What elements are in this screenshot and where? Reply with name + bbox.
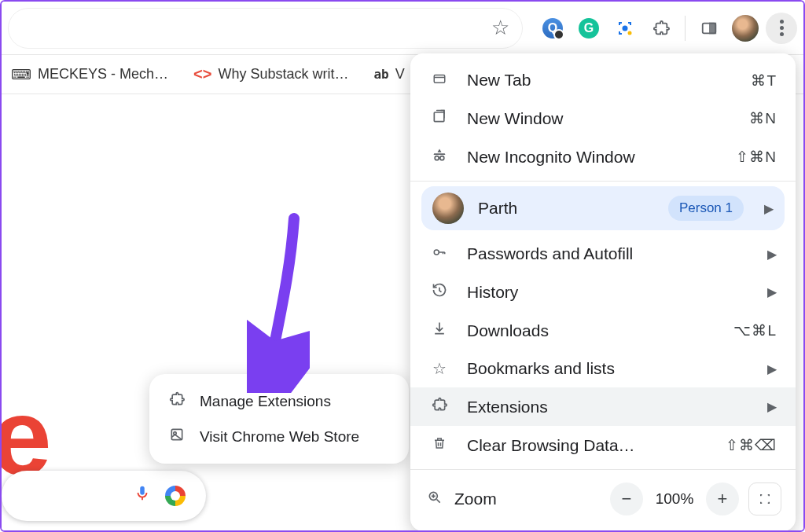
profile-badge: Person 1 [668, 196, 744, 221]
menu-label: Passwords and Autofill [467, 244, 750, 263]
image-search-icon[interactable] [165, 486, 186, 506]
menu-new-tab[interactable]: New Tab ⌘T [410, 61, 796, 99]
profile-name: Parth [478, 199, 654, 218]
extensions-puzzle-icon[interactable] [645, 13, 677, 44]
menu-bookmarks[interactable]: ☆ Bookmarks and lists ▶ [410, 350, 796, 387]
bookmark-item[interactable]: ⌨ MECKEYS - Mech… [11, 66, 168, 83]
menu-incognito[interactable]: New Incognito Window ⇧⌘N [410, 138, 796, 176]
submenu-label: Visit Chrome Web Store [200, 428, 359, 446]
menu-divider [410, 469, 796, 470]
menu-shortcut: ⌘N [749, 109, 777, 127]
menu-label: Extensions [467, 398, 750, 416]
chevron-right-icon: ▶ [767, 284, 777, 299]
voice-search-icon[interactable] [134, 482, 151, 510]
menu-label: Bookmarks and lists [467, 359, 750, 378]
svg-point-8 [435, 156, 439, 160]
svg-rect-3 [710, 23, 715, 33]
menu-clear-data[interactable]: Clear Browsing Data… ⇧⌘⌫ [410, 426, 796, 464]
extension-lens-icon[interactable] [609, 13, 641, 44]
chevron-right-icon: ▶ [764, 201, 774, 216]
menu-label: Clear Browsing Data… [467, 436, 708, 455]
svg-rect-6 [434, 75, 445, 83]
menu-label: New Window [467, 109, 732, 128]
menu-history[interactable]: History ▶ [410, 273, 796, 311]
svg-point-10 [434, 250, 439, 255]
tab-icon [429, 72, 450, 90]
bookmark-item[interactable]: ab V [373, 66, 404, 83]
menu-label: Downloads [467, 321, 716, 340]
menu-passwords[interactable]: Passwords and Autofill ▶ [410, 235, 796, 273]
bookmark-item[interactable]: <> Why Substack writ… [193, 65, 348, 83]
address-bar[interactable]: ☆ [8, 8, 523, 49]
menu-zoom-row: Zoom − 100% + [410, 475, 796, 523]
side-panel-icon[interactable] [693, 13, 725, 44]
profile-avatar-icon[interactable] [730, 13, 761, 44]
menu-profile-row[interactable]: Parth Person 1 ▶ [421, 186, 785, 230]
trash-icon [429, 435, 450, 455]
chevron-right-icon: ▶ [767, 361, 777, 376]
download-icon [429, 321, 450, 340]
profile-avatar-icon [432, 193, 464, 224]
menu-extensions[interactable]: Extensions ▶ [410, 387, 796, 426]
bookmark-favicon: ab [373, 67, 388, 82]
bookmark-favicon: <> [193, 65, 211, 83]
toolbar: ☆ Q G [2, 2, 803, 55]
extension-quillbot-icon[interactable]: Q [537, 13, 568, 44]
chevron-right-icon: ▶ [767, 247, 777, 262]
menu-downloads[interactable]: Downloads ⌥⌘L [410, 311, 796, 350]
menu-shortcut: ⌘T [751, 72, 777, 90]
bookmark-favicon: ⌨ [11, 66, 31, 83]
menu-shortcut: ⇧⌘N [736, 148, 777, 166]
svg-rect-7 [434, 112, 444, 122]
visit-web-store-item[interactable]: Visit Chrome Web Store [149, 419, 409, 454]
zoom-out-button[interactable]: − [610, 482, 643, 515]
menu-label: History [467, 283, 750, 302]
key-icon [429, 245, 450, 263]
menu-label: New Tab [467, 71, 733, 90]
bookmark-label: Why Substack writ… [218, 66, 348, 83]
google-logo-partial: e [0, 393, 52, 481]
web-store-icon [168, 427, 186, 446]
menu-shortcut: ⌥⌘L [733, 321, 777, 339]
new-window-icon [429, 108, 450, 128]
svg-point-0 [623, 25, 628, 31]
puzzle-icon [429, 397, 450, 416]
star-icon: ☆ [429, 359, 450, 378]
extensions-submenu: Manage Extensions Visit Chrome Web Store [149, 374, 409, 464]
zoom-icon [425, 490, 445, 509]
zoom-value: 100% [652, 490, 697, 508]
svg-point-9 [440, 156, 444, 160]
chrome-menu-button[interactable] [766, 13, 797, 44]
menu-new-window[interactable]: New Window ⌘N [410, 99, 796, 138]
incognito-icon [429, 147, 450, 167]
fullscreen-button[interactable] [748, 482, 781, 515]
toolbar-divider [685, 16, 686, 41]
google-search-box[interactable] [2, 471, 206, 521]
extension-grammarly-icon[interactable]: G [573, 13, 605, 44]
bookmark-label: V [395, 66, 405, 83]
svg-point-1 [628, 31, 632, 35]
menu-divider [410, 181, 796, 182]
puzzle-icon [168, 391, 186, 411]
chrome-menu: New Tab ⌘T New Window ⌘N New Incognito W… [410, 53, 796, 531]
zoom-in-button[interactable]: + [706, 482, 739, 515]
bookmark-label: MECKEYS - Mech… [38, 66, 168, 83]
menu-label: New Incognito Window [467, 148, 719, 167]
submenu-label: Manage Extensions [200, 393, 331, 410]
history-icon [429, 282, 450, 302]
bookmark-star-icon[interactable]: ☆ [491, 16, 509, 40]
manage-extensions-item[interactable]: Manage Extensions [149, 383, 409, 419]
chevron-right-icon: ▶ [767, 399, 777, 414]
menu-label: Zoom [454, 490, 601, 508]
menu-shortcut: ⇧⌘⌫ [726, 436, 777, 454]
